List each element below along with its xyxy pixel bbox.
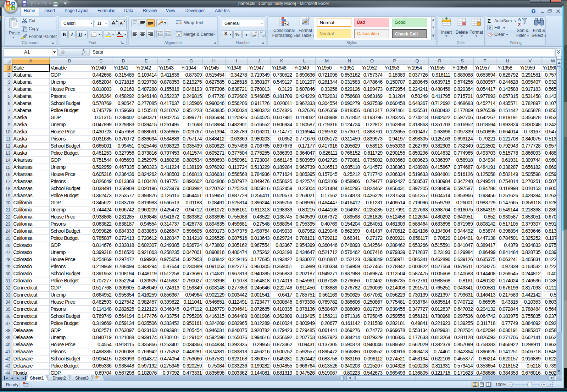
svg-text:Z: Z xyxy=(518,22,521,27)
svg-text:A: A xyxy=(518,17,521,22)
svg-text:?: ? xyxy=(532,9,534,13)
svg-text:a: a xyxy=(178,33,180,36)
